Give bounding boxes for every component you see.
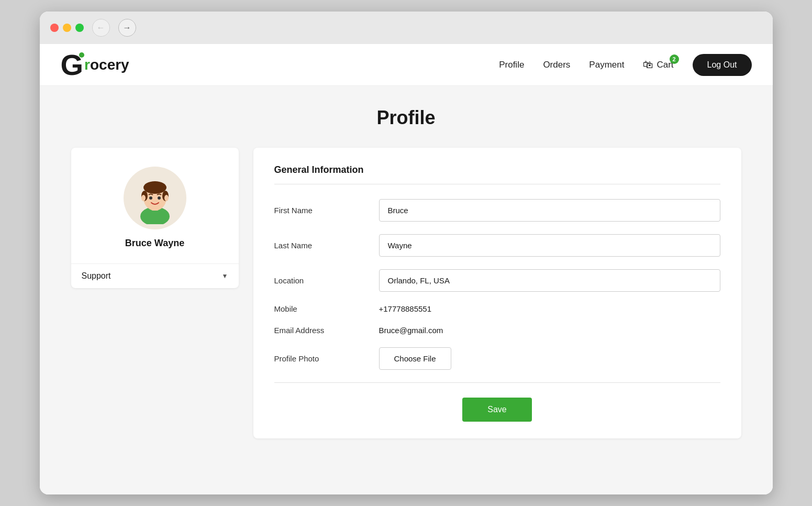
email-label: Email Address — [274, 326, 369, 335]
cart-icon: 🛍 — [643, 59, 653, 71]
location-row: Location — [274, 269, 720, 292]
last-name-input[interactable] — [379, 234, 720, 257]
dropdown-arrow-icon: ▼ — [222, 272, 228, 280]
page-title: Profile — [71, 107, 741, 129]
logout-button[interactable]: Log Out — [693, 54, 752, 76]
first-name-label: First Name — [274, 206, 369, 215]
svg-point-3 — [143, 181, 166, 194]
save-section: Save — [274, 382, 720, 422]
logo[interactable]: G rocery — [61, 50, 129, 80]
mobile-label: Mobile — [274, 304, 369, 313]
cart-wrapper[interactable]: 🛍 2 Cart — [643, 59, 673, 71]
support-label: Support — [82, 271, 111, 281]
app-content: G rocery Profile Orders Payment 🛍 2 Cart… — [40, 44, 773, 494]
content-layout: Bruce Wayne Support ▼ General Informatio… — [71, 148, 741, 438]
location-label: Location — [274, 276, 369, 285]
navbar: G rocery Profile Orders Payment 🛍 2 Cart… — [40, 44, 773, 86]
choose-file-button[interactable]: Choose File — [379, 347, 451, 370]
nav-profile[interactable]: Profile — [499, 60, 524, 70]
email-row: Email Address Bruce@gmail.com — [274, 326, 720, 335]
minimize-button[interactable] — [63, 24, 71, 32]
leaf-icon — [79, 52, 84, 58]
photo-row: Profile Photo Choose File — [274, 347, 720, 370]
logo-g: G — [61, 50, 84, 80]
nav-payment[interactable]: Payment — [589, 60, 624, 70]
close-button[interactable] — [50, 24, 59, 32]
page-container: Profile — [40, 86, 773, 459]
last-name-row: Last Name — [274, 234, 720, 257]
photo-label: Profile Photo — [274, 354, 369, 363]
mobile-value: +17778885551 — [379, 304, 720, 313]
location-input[interactable] — [379, 269, 720, 292]
svg-point-6 — [149, 196, 152, 200]
first-name-row: First Name — [274, 199, 720, 222]
browser-chrome: ← → — [40, 12, 773, 44]
svg-point-9 — [164, 195, 169, 201]
form-card: General Information First Name Last Name — [253, 148, 741, 438]
cart-badge: 2 — [670, 54, 679, 64]
forward-button[interactable]: → — [118, 19, 136, 37]
support-dropdown[interactable]: Support ▼ — [71, 264, 239, 288]
logo-text: rocery — [84, 57, 129, 73]
last-name-label: Last Name — [274, 241, 369, 250]
avatar-svg — [129, 172, 181, 224]
avatar — [124, 167, 186, 229]
traffic-lights — [50, 24, 84, 32]
section-divider — [274, 184, 720, 184]
mobile-row: Mobile +17778885551 — [274, 304, 720, 313]
first-name-input[interactable] — [379, 199, 720, 222]
sidebar: Bruce Wayne Support ▼ — [71, 148, 239, 288]
back-button[interactable]: ← — [92, 19, 110, 37]
email-value: Bruce@gmail.com — [379, 326, 720, 335]
maximize-button[interactable] — [75, 24, 84, 32]
svg-point-7 — [158, 196, 161, 200]
nav-orders[interactable]: Orders — [543, 60, 570, 70]
svg-point-8 — [141, 195, 146, 201]
save-button[interactable]: Save — [462, 398, 531, 422]
user-name: Bruce Wayne — [125, 238, 184, 249]
browser-window: ← → G rocery Profile Orders Payment 🛍 2 … — [40, 12, 773, 494]
nav-links: Profile Orders Payment 🛍 2 Cart Log Out — [499, 54, 751, 76]
profile-section: Bruce Wayne — [71, 148, 239, 264]
section-title: General Information — [274, 164, 720, 175]
